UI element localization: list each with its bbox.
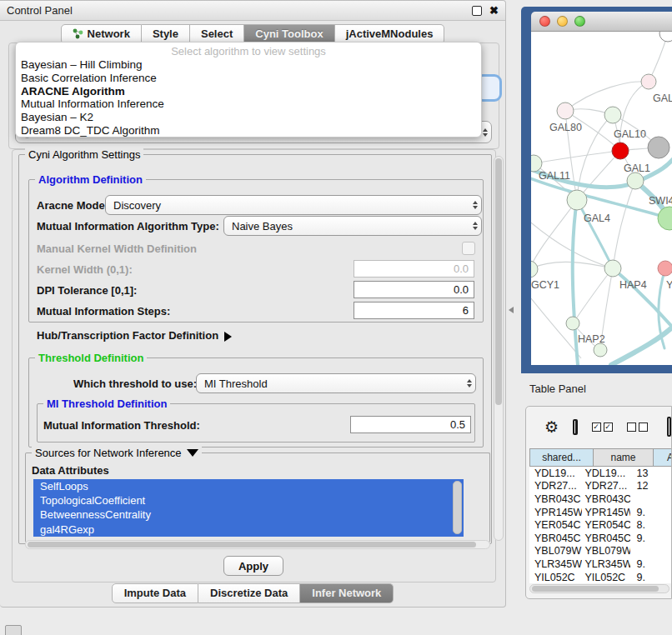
attribute-item-selected[interactable]: BetweennessCentrality — [33, 508, 464, 522]
algorithm-option[interactable]: Basic Correlation Inference — [16, 72, 481, 85]
apply-button[interactable]: Apply — [223, 556, 283, 576]
minimize-traffic-light-icon[interactable] — [557, 16, 568, 27]
column-header-shared[interactable]: shared... — [529, 448, 594, 467]
node[interactable] — [648, 137, 669, 158]
node[interactable] — [641, 74, 656, 89]
mi-steps-label: Mutual Information Steps: — [37, 305, 170, 318]
algorithm-option[interactable]: Bayesian – Hill Climbing — [16, 58, 481, 72]
bottom-tabs: Impute Data Discretize Data Infer Networ… — [0, 583, 505, 603]
table-horizontal-scrollbar[interactable] — [529, 584, 669, 593]
node-gal4[interactable] — [567, 190, 587, 210]
mi-type-combo[interactable]: Naive Bayes — [223, 216, 482, 236]
node-label: GAL — [653, 92, 672, 104]
list-scrollbar[interactable] — [453, 481, 462, 534]
node-label: GAL4 — [584, 212, 610, 224]
document-icon[interactable] — [667, 417, 671, 437]
node[interactable] — [659, 32, 672, 42]
group-title: Algorithm Definition — [35, 173, 146, 186]
zoom-traffic-light-icon[interactable] — [574, 16, 585, 27]
algorithm-option[interactable]: Mutual Information Inference — [16, 98, 481, 111]
control-panel-titlebar: Control Panel ✖ — [0, 1, 505, 21]
node-swi4[interactable] — [627, 172, 644, 189]
window-title: Control Panel — [7, 4, 73, 17]
column-header-partial[interactable]: A — [654, 448, 672, 467]
kernel-width-label: Kernel Width (0,1): — [37, 263, 133, 276]
hub-definition-toggle[interactable]: Hub/Transcription Factor Definition — [37, 329, 237, 342]
algorithm-dropdown-popup: Select algorithm to view settings Bayesi… — [15, 42, 482, 138]
table-row[interactable]: YBL079WYBL079W — [529, 545, 671, 558]
aracne-mode-label: Aracne Mode: — [37, 199, 108, 212]
node[interactable] — [658, 261, 672, 276]
attribute-item-selected[interactable]: gal4RGexp — [33, 522, 464, 537]
node-label: HAP4 — [619, 279, 647, 291]
mi-steps-field[interactable]: 6 — [354, 302, 474, 319]
manual-kernel-label: Manual Kernel Width Definition — [37, 242, 197, 255]
node-gal1-selected[interactable] — [612, 142, 629, 159]
which-threshold-label: Which threshold to use: — [73, 378, 197, 390]
settings-horizontal-scrollbar[interactable] — [25, 540, 490, 549]
close-traffic-light-icon[interactable] — [539, 16, 550, 27]
combo-arrows-icon — [473, 198, 478, 212]
attribute-item-selected[interactable]: TopologicalCoefficient — [33, 493, 464, 508]
popup-placeholder: Select algorithm to view settings — [16, 44, 481, 58]
node-hap2[interactable] — [566, 317, 579, 330]
tab-impute-data[interactable]: Impute Data — [112, 583, 198, 603]
node[interactable] — [658, 207, 672, 230]
node-gal80[interactable] — [557, 102, 574, 119]
combo-arrows-icon — [473, 219, 478, 232]
which-threshold-combo[interactable]: MI Threshold — [196, 373, 476, 393]
float-window-icon[interactable] — [472, 6, 482, 16]
table-row[interactable]: YBR043CYBR043C — [529, 492, 671, 506]
close-icon[interactable]: ✖ — [489, 7, 499, 15]
network-canvas[interactable]: GAL GAL80 GAL10 GAL1 GAL11 SWI4 GAL4 GCY… — [531, 32, 672, 365]
minimized-panel-icon[interactable] — [5, 625, 22, 635]
node-label: GAL10 — [614, 128, 646, 140]
table-row[interactable]: YDL19...YDL19...13 — [529, 467, 671, 480]
table-row[interactable]: YER054CYER054C8. — [529, 518, 671, 532]
manual-kernel-checkbox[interactable] — [462, 242, 475, 255]
sources-toggle[interactable]: Sources for Network Inference — [32, 447, 202, 462]
node-label: HAP2 — [578, 333, 605, 345]
tab-discretize-data[interactable]: Discretize Data — [198, 583, 300, 603]
mi-threshold-field[interactable]: 0.5 — [350, 416, 471, 433]
node-label: Y — [666, 279, 672, 291]
group-title: Cyni Algorithm Settings — [25, 148, 143, 161]
column-header-name[interactable]: name — [594, 448, 654, 467]
network-window-titlebar[interactable] — [531, 12, 672, 32]
network-icon — [73, 28, 83, 39]
control-panel-window: Control Panel ✖ Network Style Select Cyn… — [0, 0, 506, 608]
tab-infer-network[interactable]: Infer Network — [300, 583, 394, 603]
node-label: GAL80 — [549, 122, 582, 133]
node-label: GAL1 — [624, 162, 650, 174]
settings-vertical-scrollbar[interactable] — [494, 156, 504, 541]
table-row[interactable]: YBR045CYBR045C9. — [529, 532, 671, 545]
table-row[interactable]: YPR145WYPR145W9. — [529, 506, 671, 519]
node-gcy1[interactable] — [531, 261, 538, 278]
algorithm-option-selected[interactable]: ARACNE Algorithm — [16, 85, 481, 98]
deselect-all-icon[interactable] — [627, 422, 648, 432]
data-attributes-label: Data Attributes — [32, 464, 109, 477]
table-row[interactable]: YLR345WYLR345W9. — [529, 558, 671, 571]
data-attributes-list: SelfLoops TopologicalCoefficient Between… — [33, 479, 464, 537]
algorithm-option[interactable]: Dream8 DC_TDC Algorithm — [16, 124, 481, 138]
kernel-width-field[interactable]: 0.0 — [354, 260, 474, 278]
node-gal10[interactable] — [604, 107, 621, 123]
combo-arrows-icon — [467, 377, 472, 390]
select-all-icon[interactable]: ✓✓ — [592, 422, 613, 432]
attribute-item-selected[interactable]: SelfLoops — [33, 479, 464, 493]
table-row[interactable]: YDR27...YDR27...12 — [529, 480, 671, 493]
node-hap4[interactable] — [604, 260, 621, 277]
mi-type-label: Mutual Information Algorithm Type: — [37, 220, 219, 232]
table-row[interactable]: YIL052CYIL052C9. — [529, 571, 671, 584]
split-pane-grip[interactable] — [505, 307, 514, 313]
node-gal11[interactable] — [531, 155, 542, 172]
table-toolbar: ⚙ ✓✓ — [526, 412, 671, 442]
mi-threshold-label: Mutual Information Threshold: — [43, 419, 200, 432]
aracne-mode-combo[interactable]: Discovery — [105, 195, 482, 215]
column-layout-icon[interactable] — [573, 419, 578, 435]
combo-arrows-icon — [483, 126, 488, 139]
algorithm-option[interactable]: Bayesian – K2 — [16, 111, 481, 124]
dpi-tolerance-field[interactable]: 0.0 — [354, 281, 474, 298]
gear-icon[interactable]: ⚙ — [544, 419, 559, 435]
node[interactable] — [594, 343, 607, 357]
